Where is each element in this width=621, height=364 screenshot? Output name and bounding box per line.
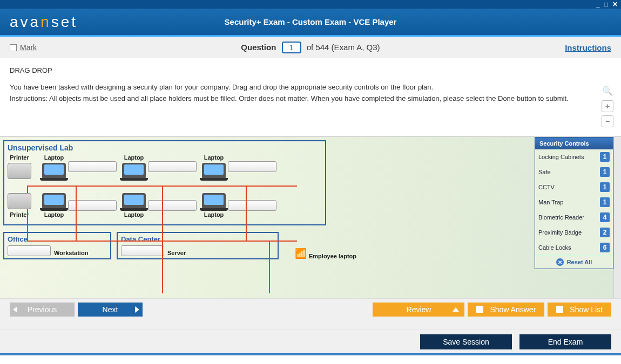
question-heading: DRAG DROP: [10, 66, 611, 76]
drop-slot[interactable]: [68, 161, 117, 172]
laptop-icon: [122, 163, 146, 179]
drop-slot[interactable]: [148, 161, 197, 172]
drop-slot[interactable]: [228, 161, 276, 172]
control-count: 1: [600, 167, 610, 177]
drop-slot[interactable]: [228, 200, 276, 211]
control-man-trap[interactable]: Man Trap1: [535, 195, 613, 210]
show-answer-toggle[interactable]: Show Answer: [468, 303, 544, 317]
mark-checkbox-wrap[interactable]: Mark: [10, 43, 37, 52]
control-count: 4: [600, 212, 610, 222]
lab-title: Unsupervised Lab: [8, 143, 322, 152]
question-text-panel: DRAG DROP You have been tasked with desi…: [0, 58, 621, 136]
network-wire: [162, 186, 163, 293]
device-label: Workstation: [54, 250, 88, 256]
device-printer[interactable]: Printer: [8, 154, 31, 179]
network-wire: [76, 186, 77, 242]
device-laptop[interactable]: Laptop: [42, 193, 66, 218]
device-row: Printer Laptop Laptop Laptop: [8, 154, 322, 179]
device-label: Server: [167, 250, 186, 256]
mark-label: Mark: [20, 43, 37, 52]
control-count: 2: [600, 228, 610, 237]
control-label: Proximity Badge: [538, 229, 582, 236]
previous-button[interactable]: Previous: [10, 303, 75, 317]
laptop-icon: [122, 193, 146, 209]
control-cable-locks[interactable]: Cable Locks6: [535, 240, 613, 255]
instructions-link[interactable]: Instructions: [565, 43, 611, 52]
minimize-button[interactable]: _: [595, 1, 601, 8]
security-controls-header: Security Controls: [535, 138, 613, 149]
app-header: avanset Security+ Exam - Custom Exam - V…: [0, 9, 621, 37]
device-label: Laptop: [44, 154, 64, 161]
control-label: Locking Cabinets: [538, 154, 584, 160]
drop-slot[interactable]: [121, 245, 164, 256]
footer-strip: [0, 353, 621, 355]
control-count: 6: [600, 243, 610, 252]
question-line-2: Instructions: All objects must be used a…: [10, 94, 611, 104]
titlebar: _ □ ✕: [0, 0, 621, 9]
drop-slot[interactable]: [148, 200, 197, 211]
lower-rooms-row: Office Workstation Data Center Server 📶: [3, 232, 610, 259]
control-locking-cabinets[interactable]: Locking Cabinets1: [535, 149, 613, 164]
show-list-toggle[interactable]: Show List: [548, 303, 611, 317]
control-count: 1: [600, 182, 610, 192]
next-button[interactable]: Next: [78, 303, 143, 317]
mark-checkbox[interactable]: [10, 44, 17, 51]
zoom-out-button[interactable]: −: [602, 115, 613, 127]
device-label: Printer: [10, 211, 29, 218]
laptop-icon: [202, 193, 226, 209]
reset-all-button[interactable]: ✕Reset All: [535, 255, 613, 269]
drop-slot[interactable]: [8, 245, 51, 256]
control-label: Biometric Reader: [538, 214, 584, 221]
checkbox-icon: [476, 306, 483, 313]
simulation-viewport: Unsupervised Lab Printer Laptop Laptop: [0, 136, 621, 298]
control-proximity[interactable]: Proximity Badge2: [535, 225, 613, 240]
footer-row: Save Session End Exam: [0, 329, 621, 353]
question-number-input[interactable]: 1: [282, 42, 301, 53]
magnifier-icon[interactable]: 🔍: [602, 85, 613, 97]
laptop-icon: [202, 163, 226, 179]
device-laptop[interactable]: Laptop: [202, 154, 226, 179]
device-laptop[interactable]: Laptop: [122, 154, 146, 179]
unsupervised-lab-box: Unsupervised Lab Printer Laptop Laptop: [3, 140, 326, 225]
zoom-in-button[interactable]: +: [602, 100, 613, 112]
simulation-scrollbar[interactable]: [613, 137, 621, 298]
control-label: Man Trap: [538, 199, 563, 205]
checkbox-icon: [556, 306, 563, 313]
control-label: Cable Locks: [538, 244, 571, 251]
printer-icon: [8, 163, 31, 179]
review-button[interactable]: Review: [373, 303, 464, 317]
question-bar: Mark Question 1 of 544 (Exam A, Q3) Inst…: [0, 37, 621, 58]
zoom-tools: 🔍 + −: [602, 85, 613, 127]
device-laptop[interactable]: Laptop: [42, 154, 66, 179]
device-label: Printer: [10, 154, 29, 161]
network-wire: [246, 186, 247, 242]
laptop-icon: [42, 163, 66, 179]
reset-icon: ✕: [556, 258, 564, 266]
floor-plan[interactable]: Unsupervised Lab Printer Laptop Laptop: [0, 137, 613, 298]
control-label: Safe: [538, 169, 551, 175]
device-laptop[interactable]: Laptop: [202, 193, 226, 218]
device-laptop[interactable]: Laptop: [122, 193, 146, 218]
close-button[interactable]: ✕: [611, 1, 619, 8]
brand-logo: avanset: [10, 13, 78, 31]
network-wire: [269, 241, 270, 293]
control-safe[interactable]: Safe1: [535, 164, 613, 180]
question-line-1: You have been tasked with designing a se…: [10, 83, 611, 93]
control-biometric[interactable]: Biometric Reader4: [535, 210, 613, 225]
control-count: 1: [600, 152, 610, 162]
device-label: Laptop: [204, 154, 224, 161]
device-label: Laptop: [204, 211, 224, 218]
office-title: Office: [8, 235, 107, 243]
question-indicator: Question 1 of 544 (Exam A, Q3): [0, 42, 621, 53]
question-word: Question: [241, 43, 276, 52]
save-session-button[interactable]: Save Session: [420, 334, 512, 349]
brand-part-2: n: [40, 13, 51, 30]
end-exam-button[interactable]: End Exam: [519, 334, 611, 349]
reset-label: Reset All: [567, 259, 592, 265]
office-box: Office Workstation: [3, 232, 111, 259]
maximize-button[interactable]: □: [603, 1, 609, 8]
data-center-title: Data Center: [121, 235, 274, 243]
question-total: of 544 (Exam A, Q3): [307, 43, 380, 52]
device-label: Employee laptop: [309, 253, 356, 259]
control-cctv[interactable]: CCTV1: [535, 180, 613, 195]
